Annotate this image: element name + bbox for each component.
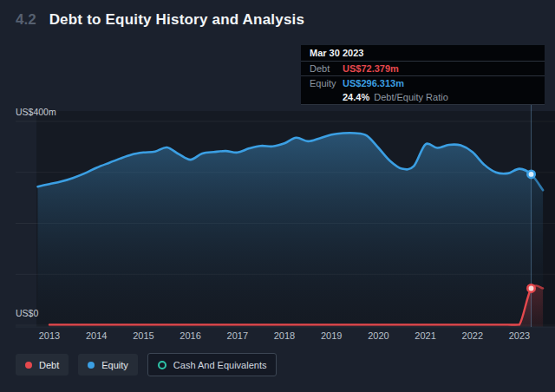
equity-dot-icon [88, 362, 95, 369]
x-axis: 2013201420152016201720182019202020212022… [0, 330, 555, 343]
x-axis-label: 2017 [219, 330, 257, 341]
chart-legend: Debt Equity Cash And Equivalents [16, 353, 277, 376]
tooltip-debt-row: Debt US$72.379m [301, 62, 545, 76]
tooltip-ratio-label: Debt/Equity Ratio [374, 92, 448, 102]
y-axis-label-zero: US$0 [16, 308, 38, 318]
page-title: Debt to Equity History and Analysis [49, 11, 304, 29]
x-axis-label: 2016 [172, 330, 210, 341]
x-axis-label: 2013 [30, 330, 69, 341]
legend-debt-label: Debt [39, 360, 59, 370]
tooltip-debt-label: Debt [310, 63, 343, 74]
legend-cash-label: Cash And Equivalents [173, 360, 267, 370]
beyond-hover-shade [532, 111, 555, 327]
cash-hollow-dot-icon [158, 361, 166, 369]
x-axis-label: 2023 [500, 330, 539, 341]
x-axis-label: 2014 [77, 330, 115, 341]
x-axis-label: 2018 [265, 330, 304, 341]
chart-tooltip: Mar 30 2023 Debt US$72.379m Equity US$29… [301, 45, 545, 105]
tooltip-date: Mar 30 2023 [301, 45, 545, 62]
tooltip-debt-value: US$72.379m [343, 63, 399, 74]
section-number: 4.2 [16, 11, 36, 29]
legend-debt-toggle[interactable]: Debt [16, 354, 69, 376]
x-axis-label: 2019 [312, 330, 350, 341]
legend-cash-toggle[interactable]: Cash And Equivalents [147, 353, 278, 376]
tooltip-equity-row: Equity US$296.313m [301, 76, 545, 90]
y-axis-label-max: US$400m [16, 107, 56, 117]
legend-equity-label: Equity [101, 360, 128, 370]
equity-marker [527, 171, 534, 178]
x-axis-label: 2022 [454, 330, 492, 341]
section-header: 4.2 Debt to Equity History and Analysis [16, 11, 304, 29]
debt-dot-icon [25, 362, 32, 369]
debt-marker [527, 284, 534, 291]
x-axis-label: 2021 [407, 330, 445, 341]
tooltip-ratio-row: 24.4% Debt/Equity Ratio [301, 90, 545, 104]
x-axis-label: 2015 [124, 330, 162, 341]
tooltip-ratio-value: 24.4% [343, 92, 369, 102]
tooltip-equity-label: Equity [310, 78, 343, 88]
tooltip-equity-value: US$296.313m [343, 78, 404, 88]
x-axis-label: 2020 [359, 330, 397, 341]
legend-equity-toggle[interactable]: Equity [78, 354, 138, 376]
